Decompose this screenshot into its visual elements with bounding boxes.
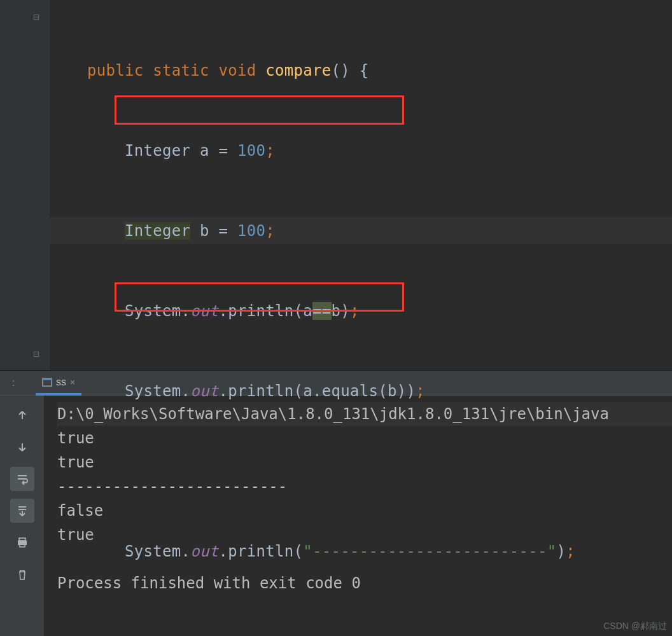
code-line[interactable]: System.out.println(a.equals(b)); xyxy=(50,378,672,404)
code-line-empty[interactable] xyxy=(50,618,672,636)
code-line[interactable]: Integer a = 100; xyxy=(50,137,672,164)
code-line-caret[interactable]: Integer b = 100; xyxy=(50,218,672,244)
code-area[interactable]: public static void compare() { Integer a… xyxy=(0,4,672,636)
code-line[interactable]: System.out.println(a==b); xyxy=(50,298,672,324)
code-line-empty[interactable] xyxy=(50,458,672,485)
code-line[interactable]: public static void compare() { xyxy=(50,57,672,84)
code-editor[interactable]: ⊟ ⊟ public static void compare() { Integ… xyxy=(0,0,672,370)
code-line[interactable]: System.out.println("--------------------… xyxy=(50,538,672,565)
watermark: CSDN @郝南过 xyxy=(603,621,667,632)
